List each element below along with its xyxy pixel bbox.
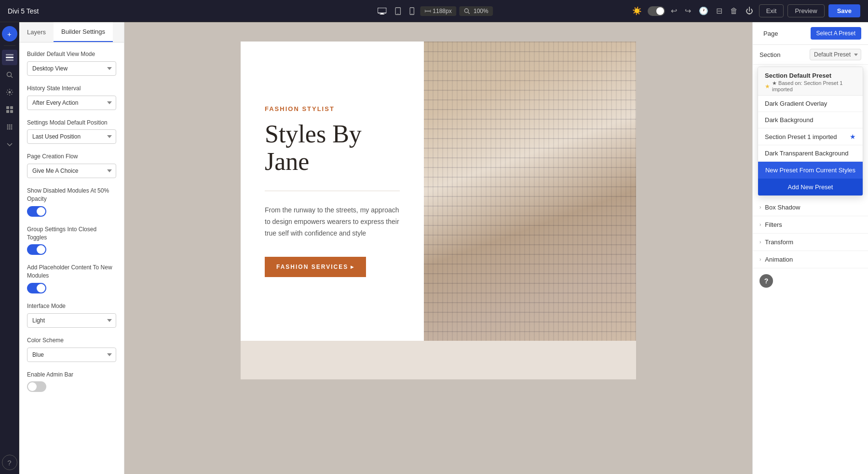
canvas-inner: FASHION STYLIST Styles By Jane From the … xyxy=(124,22,752,474)
based-on-star-icon: ★ xyxy=(765,83,770,90)
preset-item-dark-gradient[interactable]: Dark Gradient Overlay xyxy=(758,96,863,112)
enable-admin-bar-label: Enable Admin Bar xyxy=(27,371,116,379)
new-preset-from-current-styles-button[interactable]: New Preset From Current Styles xyxy=(758,162,863,179)
default-preset-select[interactable]: Default Preset xyxy=(810,49,861,60)
right-panel-header: Page Select A Preset xyxy=(753,22,868,45)
preset-item-section-preset-1-label: Section Preset 1 imported xyxy=(765,133,837,140)
preview-title: Styles By Jane xyxy=(265,120,400,175)
enable-admin-bar-toggle[interactable] xyxy=(27,381,46,392)
show-disabled-modules-toggle-row xyxy=(27,206,116,217)
icon-bar: + ? xyxy=(0,22,19,474)
history-btn[interactable]: 🕐 xyxy=(697,4,710,17)
transform-section[interactable]: › Transform xyxy=(753,234,868,251)
preset-dropdown-header: Section Default Preset ★ ★ Based on: Sec… xyxy=(758,67,863,96)
tab-builder-settings[interactable]: Builder Settings xyxy=(54,22,113,42)
builder-default-view-mode-select[interactable]: Desktop View xyxy=(27,61,116,76)
settings-modal-position-group: Settings Modal Default Position Last Use… xyxy=(27,119,116,144)
svg-point-30 xyxy=(11,128,12,130)
topbar-center: 1188px 100% xyxy=(375,5,493,17)
show-disabled-modules-label: Show Disabled Modules At 50% Opacity xyxy=(27,187,116,203)
help-button[interactable]: ? xyxy=(760,274,773,288)
search-icon-btn[interactable] xyxy=(2,67,17,83)
animation-label: Animation xyxy=(765,256,793,263)
settings-modal-position-label: Settings Modal Default Position xyxy=(27,119,116,127)
add-module-btn[interactable]: + xyxy=(2,26,17,42)
color-scheme-select[interactable]: Blue xyxy=(27,348,116,362)
show-disabled-modules-toggle[interactable] xyxy=(27,206,46,217)
preset-item-section-preset-1[interactable]: Section Preset 1 imported ★ xyxy=(758,128,863,145)
add-new-preset-button[interactable]: Add New Preset xyxy=(758,179,863,195)
topbar-left: Divi 5 Test xyxy=(8,7,39,15)
settings-icon-btn[interactable] xyxy=(2,84,17,100)
animation-section[interactable]: › Animation xyxy=(753,251,868,268)
svg-point-10 xyxy=(465,9,469,13)
preset-dropdown: Section Default Preset ★ ★ Based on: Sec… xyxy=(758,67,863,196)
select-preset-button[interactable]: Select A Preset xyxy=(811,27,861,40)
width-value: 1188px xyxy=(433,8,451,14)
layout-btn[interactable]: ⊟ xyxy=(714,4,724,17)
panel-tabs: Layers Builder Settings xyxy=(19,22,124,42)
canvas-area[interactable]: FASHION STYLIST Styles By Jane From the … xyxy=(124,22,752,474)
preset-dropdown-based-on: ★ Based on: Section Preset 1 imported xyxy=(772,80,856,92)
active-preset-star-icon: ★ xyxy=(850,133,856,140)
add-placeholder-group: Add Placeholder Content To New Modules xyxy=(27,264,116,293)
apps-icon-btn[interactable] xyxy=(2,119,17,135)
preset-item-dark-background-label: Dark Background xyxy=(765,116,813,124)
page-creation-flow-group: Page Creation Flow Give Me A Choice xyxy=(27,153,116,178)
width-display[interactable]: 1188px xyxy=(420,6,456,16)
preview-cta-button[interactable]: FASHION SERVICES ▸ xyxy=(265,257,366,277)
stripe-overlay xyxy=(424,42,636,341)
svg-rect-18 xyxy=(6,106,9,109)
box-shadow-section[interactable]: › Box Shadow xyxy=(753,199,868,216)
transform-label: Transform xyxy=(765,238,793,246)
power-btn[interactable]: ⏻ xyxy=(744,5,755,17)
group-settings-toggle-row xyxy=(27,244,116,255)
page-creation-flow-select[interactable]: Give Me A Choice xyxy=(27,164,116,178)
add-placeholder-toggle[interactable] xyxy=(27,283,46,293)
svg-rect-21 xyxy=(10,110,13,113)
preview-button[interactable]: Preview xyxy=(787,4,824,17)
icon-bar-divider-1 xyxy=(4,45,15,46)
theme-toggle[interactable] xyxy=(648,6,665,16)
tab-layers[interactable]: Layers xyxy=(19,22,54,42)
preset-item-dark-background[interactable]: Dark Background xyxy=(758,112,863,128)
topbar: Divi 5 Test 1188px 100% ☀️ ↩ ↪ 🕐 ⊟ 🗑 ⏻ E… xyxy=(0,0,868,22)
svg-point-25 xyxy=(7,126,8,128)
page-tab[interactable]: Page xyxy=(760,28,782,39)
svg-point-27 xyxy=(11,126,12,128)
exit-button[interactable]: Exit xyxy=(759,4,784,17)
undo-btn[interactable]: ↩ xyxy=(669,4,679,17)
history-state-interval-select[interactable]: After Every Action xyxy=(27,96,116,110)
redo-btn[interactable]: ↪ xyxy=(683,4,693,17)
trash-btn[interactable]: 🗑 xyxy=(728,5,740,17)
grid-icon-btn[interactable] xyxy=(2,102,17,117)
svg-rect-14 xyxy=(6,59,14,61)
phone-view-btn[interactable] xyxy=(407,5,417,17)
desktop-view-btn[interactable] xyxy=(375,6,389,16)
settings-modal-position-select[interactable]: Last Used Position xyxy=(27,129,116,144)
preview-right-image xyxy=(424,42,636,341)
interface-mode-select[interactable]: Light xyxy=(27,313,116,328)
group-settings-toggle[interactable] xyxy=(27,244,46,255)
preset-item-dark-transparent[interactable]: Dark Transparent Background xyxy=(758,145,863,162)
builder-default-view-mode-label: Builder Default View Mode xyxy=(27,50,116,58)
panel-content: Builder Default View Mode Desktop View H… xyxy=(19,42,124,408)
main-layout: + ? Layers Builder Settings Bui xyxy=(0,22,868,474)
section-label: Section xyxy=(760,51,780,58)
help-icon-btn[interactable]: ? xyxy=(2,455,17,470)
layers-icon-btn[interactable] xyxy=(2,50,17,65)
save-button[interactable]: Save xyxy=(828,4,860,17)
filters-section[interactable]: › Filters xyxy=(753,216,868,234)
page-preview: FASHION STYLIST Styles By Jane From the … xyxy=(241,42,636,379)
enable-admin-bar-group: Enable Admin Bar xyxy=(27,371,116,392)
preview-body-text: From the runway to the streets, my appro… xyxy=(265,205,400,239)
color-scheme-group: Color Scheme Blue xyxy=(27,336,116,362)
left-panel: Layers Builder Settings Builder Default … xyxy=(19,22,124,474)
add-placeholder-label: Add Placeholder Content To New Modules xyxy=(27,264,116,280)
sun-icon-btn[interactable]: ☀️ xyxy=(630,4,644,17)
extend-icon-btn[interactable] xyxy=(2,137,17,152)
tablet-view-btn[interactable] xyxy=(392,5,404,17)
box-shadow-chevron-icon: › xyxy=(760,205,761,210)
filters-label: Filters xyxy=(765,221,782,228)
zoom-display[interactable]: 100% xyxy=(460,6,493,16)
